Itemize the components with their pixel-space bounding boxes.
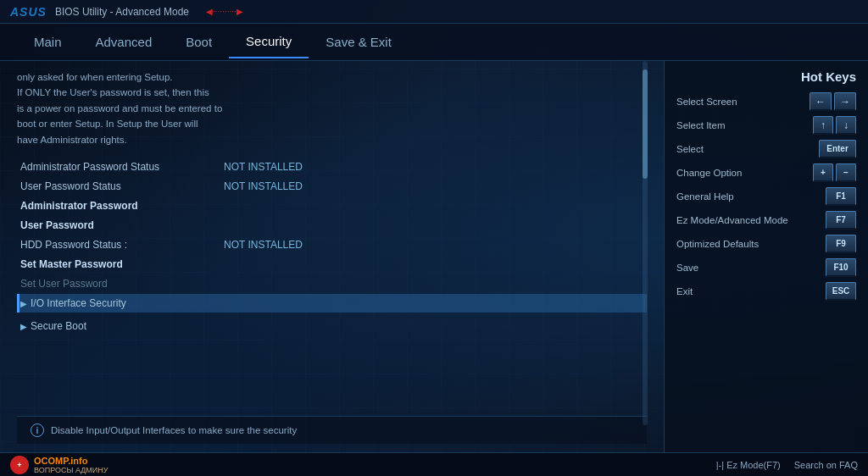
scroll-indicator[interactable] — [643, 61, 648, 425]
desc-line-4: boot or enter Setup. In Setup the User w… — [17, 116, 647, 131]
footer-search[interactable]: Search on FAQ — [794, 460, 858, 470]
desc-select-screen: Select Screen — [676, 97, 803, 107]
value-admin-pw-status: NOT INSTALLED — [224, 161, 303, 173]
keys-select-screen: ← → — [810, 92, 856, 111]
ocomp-text: OCOMP.info ВОПРОСЫ АДМИНУ — [34, 456, 108, 474]
row-hdd-pw-status: HDD Password Status : NOT INSTALLED — [17, 235, 647, 254]
right-panel: Hot Keys Select Screen ← → Select Item ↑… — [665, 61, 868, 452]
desc-select: Select — [676, 144, 812, 154]
key-plus: + — [813, 163, 833, 182]
desc-line-5: have Administrator rights. — [17, 132, 647, 147]
hotkey-select-screen: Select Screen ← → — [676, 92, 856, 111]
info-text: Disable Input/Output Interfaces to make … — [51, 425, 297, 435]
key-left-arrow: ← — [810, 92, 832, 111]
key-right-arrow: → — [834, 92, 856, 111]
hotkey-select: Select Enter — [676, 140, 856, 158]
main-layout: only asked for when entering Setup. If O… — [0, 61, 868, 452]
hotkey-optimized-defaults: Optimized Defaults F9 — [676, 235, 856, 253]
asus-logo: ASUS — [10, 5, 47, 19]
settings-list: Administrator Password Status NOT INSTAL… — [17, 158, 647, 335]
footer-bar: + OCOMP.info ВОПРОСЫ АДМИНУ |-| Ez Mode(… — [0, 452, 868, 476]
row-user-pw[interactable]: User Password — [17, 216, 647, 235]
left-panel: only asked for when entering Setup. If O… — [0, 61, 665, 452]
hotkey-save: Save F10 — [676, 258, 856, 277]
hotkeys-title: Hot Keys — [676, 69, 856, 84]
desc-general-help: General Help — [676, 191, 819, 202]
arrow-decoration: ◀··········▶ — [206, 7, 243, 16]
nav-tab-advanced[interactable]: Advanced — [79, 26, 170, 58]
key-f7: F7 — [826, 211, 856, 230]
row-set-user-pw: Set User Password — [17, 274, 647, 293]
hotkey-select-item: Select Item ↑ ↓ — [676, 116, 856, 135]
label-set-user-pw: Set User Password — [20, 278, 224, 290]
content-wrapper: ASUS BIOS Utility - Advanced Mode ◀·····… — [0, 0, 868, 476]
key-f1: F1 — [826, 187, 856, 206]
value-user-pw-status: NOT INSTALLED — [224, 180, 303, 192]
keys-save: F10 — [826, 258, 856, 277]
key-esc: ESC — [826, 282, 856, 301]
keys-exit: ESC — [826, 282, 856, 301]
label-io-interface: I/O Interface Security — [20, 297, 224, 309]
label-set-master-pw: Set Master Password — [20, 258, 224, 270]
row-set-master-pw[interactable]: Set Master Password — [17, 255, 647, 274]
hotkey-change-option: Change Option + − — [676, 163, 856, 182]
label-user-pw: User Password — [20, 219, 224, 231]
key-enter: Enter — [819, 140, 856, 158]
keys-general-help: F1 — [826, 187, 856, 206]
key-up-arrow: ↑ — [813, 116, 833, 135]
row-io-interface[interactable]: I/O Interface Security — [17, 294, 647, 313]
key-f10: F10 — [826, 258, 856, 277]
hotkey-ez-mode: Ez Mode/Advanced Mode F7 — [676, 211, 856, 230]
desc-change-option: Change Option — [676, 168, 806, 178]
ocomp-logo: + OCOMP.info ВОПРОСЫ АДМИНУ — [10, 456, 108, 474]
window-title: BIOS Utility - Advanced Mode — [55, 6, 189, 18]
bottom-info-bar: i Disable Input/Output Interfaces to mak… — [17, 416, 647, 444]
top-bar: ASUS BIOS Utility - Advanced Mode ◀·····… — [0, 0, 868, 24]
label-admin-pw: Administrator Password — [20, 200, 224, 212]
desc-optimized-defaults: Optimized Defaults — [676, 239, 819, 249]
footer-ez-mode[interactable]: |-| Ez Mode(F7) — [716, 460, 781, 470]
ocomp-icon: + — [10, 456, 29, 474]
desc-exit: Exit — [676, 286, 819, 296]
keys-ez-mode: F7 — [826, 211, 856, 230]
ocomp-name: OCOMP.info — [34, 456, 108, 466]
footer-right: |-| Ez Mode(F7) Search on FAQ — [716, 460, 858, 470]
label-admin-pw-status: Administrator Password Status — [20, 161, 224, 173]
key-down-arrow: ↓ — [836, 116, 856, 135]
desc-ez-mode: Ez Mode/Advanced Mode — [676, 215, 819, 225]
row-admin-pw-status: Administrator Password Status NOT INSTAL… — [17, 158, 647, 176]
desc-select-item: Select Item — [676, 120, 806, 130]
footer-left: + OCOMP.info ВОПРОСЫ АДМИНУ — [10, 456, 108, 474]
key-minus: − — [836, 163, 856, 182]
desc-save: Save — [676, 263, 819, 273]
nav-bar: Main Advanced Boot Security Save & Exit — [0, 24, 868, 61]
label-user-pw-status: User Password Status — [20, 180, 224, 192]
value-hdd-pw-status: NOT INSTALLED — [224, 239, 303, 251]
desc-line-2: If ONLY the User's password is set, then… — [17, 85, 647, 100]
key-f9: F9 — [826, 235, 856, 253]
desc-line-1: only asked for when entering Setup. — [17, 69, 647, 85]
nav-tab-security[interactable]: Security — [229, 25, 309, 58]
keys-optimized-defaults: F9 — [826, 235, 856, 253]
keys-select: Enter — [819, 140, 856, 158]
label-hdd-pw-status: HDD Password Status : — [20, 239, 224, 251]
nav-tab-save-exit[interactable]: Save & Exit — [309, 26, 409, 58]
label-secure-boot: Secure Boot — [20, 320, 224, 332]
row-user-pw-status: User Password Status NOT INSTALLED — [17, 177, 647, 196]
keys-change-option: + − — [813, 163, 856, 182]
row-admin-pw[interactable]: Administrator Password — [17, 196, 647, 215]
hotkey-exit: Exit ESC — [676, 282, 856, 301]
scroll-thumb — [643, 69, 648, 179]
ocomp-subtitle: ВОПРОСЫ АДМИНУ — [34, 466, 108, 474]
description-text: only asked for when entering Setup. If O… — [17, 69, 647, 147]
hotkey-general-help: General Help F1 — [676, 187, 856, 206]
info-icon: i — [31, 423, 44, 437]
desc-line-3: is a power on password and must be enter… — [17, 101, 647, 116]
row-secure-boot[interactable]: Secure Boot — [17, 317, 647, 335]
keys-select-item: ↑ ↓ — [813, 116, 856, 135]
nav-tab-main[interactable]: Main — [17, 26, 79, 58]
nav-tab-boot[interactable]: Boot — [169, 26, 229, 58]
